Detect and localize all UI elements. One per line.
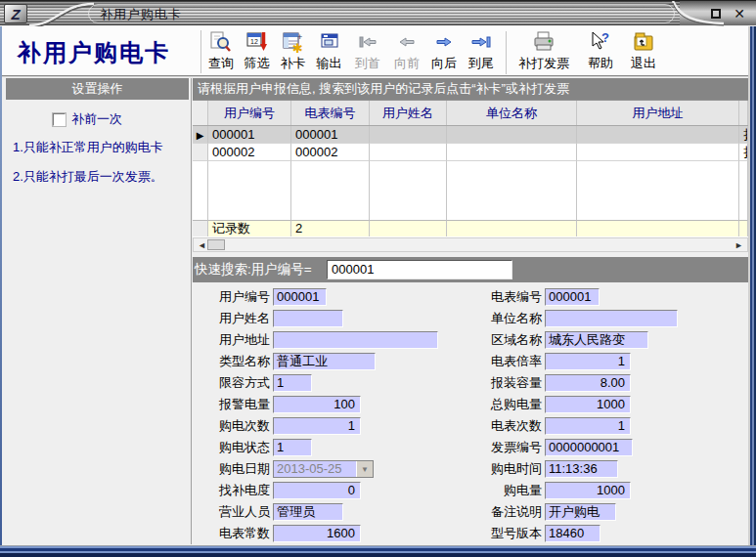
area-name-field[interactable]: 城东人民路变 [545,331,648,349]
field-label: 购电次数 [193,417,273,435]
limit-mode-field[interactable]: 1 [273,374,312,392]
field-label: 购电量 [469,482,545,499]
field-label: 区域名称 [469,331,545,349]
field-label: 找补电度 [193,482,273,499]
field-label: 电表倍率 [469,353,545,370]
card-button[interactable]: + ✱ 补卡 [275,29,311,70]
field-label: 电表次数 [469,417,545,435]
exit-icon [632,30,655,54]
field-label: 用户地址 [193,331,273,349]
reprint-invoice-button[interactable]: 补打发票 [513,29,574,70]
last-icon [469,30,493,54]
checkbox-icon[interactable] [53,113,66,126]
invoice-no-field[interactable]: 0000000001 [545,439,633,456]
purchase-count-field[interactable]: 1 [273,417,361,435]
column-header: 用户地址 [577,101,739,125]
purchase-time-field[interactable]: 11:13:36 [545,460,618,478]
scrollbar-thumb[interactable] [207,239,225,250]
clipped-cell: 扬 [739,126,748,144]
prev-icon [395,30,419,54]
field-label: 单位名称 [469,310,545,327]
exit-button[interactable]: 退出 [623,29,664,70]
field-label: 备注说明 [469,503,545,521]
instruction-bar: 请根据用户申报信息, 搜索到该用户的记录后点击“补卡”或补打发票 [193,78,748,100]
window-border-left [0,26,2,557]
app-logo-icon: Z [4,4,27,23]
purchase-status-field[interactable]: 1 [273,439,312,456]
redo-previous-checkbox-row[interactable]: 补前一次 [53,110,122,128]
scroll-right-icon[interactable]: ► [734,240,743,250]
quick-search-input[interactable]: 000001 [327,260,512,279]
output-button[interactable]: 输出 [311,29,347,70]
unit-name-field[interactable] [545,310,678,327]
field-label: 购电状态 [193,439,273,456]
last-button[interactable]: 到尾 [463,29,500,70]
meter-id-field[interactable]: 000001 [545,288,600,306]
field-label: 类型名称 [193,353,273,370]
next-button[interactable]: 向后 [425,29,463,70]
table-footer-row: 记录数 2 [193,220,748,236]
window-border-bottom [0,545,756,557]
meter-count-field[interactable]: 1 [545,417,631,435]
operator-field[interactable]: 管理员 [273,503,343,521]
meter-constant-field[interactable]: 1600 [273,525,361,542]
field-label: 总购电量 [469,396,545,413]
field-label: 报装容量 [469,374,545,392]
type-name-field[interactable]: 普通工业 [273,353,376,370]
window-border-right [748,26,756,557]
horizontal-scrollbar[interactable]: ◄ ► [193,237,748,252]
row-selector [193,144,208,161]
svg-text:?: ? [601,30,609,45]
next-icon [432,30,456,54]
filter-button[interactable]: 12 筛选 [239,29,275,70]
model-version-field[interactable]: 18460 [545,525,600,542]
help-button[interactable]: ? 帮助 [580,29,621,70]
sidebar-divider [191,78,192,544]
table-row[interactable]: ▶ 000001 000001 扬 [193,126,748,144]
svg-text:12: 12 [250,38,258,45]
record-count-value: 2 [291,220,370,236]
field-label: 购电日期 [193,460,273,478]
adjust-energy-field[interactable]: 0 [273,482,361,499]
toolbar-separator [200,30,202,73]
help-icon: ? [589,30,612,54]
sidebar: 设置操作 补前一次 1.只能补正常用户的购电卡 2.只能补打最后一次发票。 [6,78,189,544]
maximize-button[interactable] [711,9,721,19]
search-icon [209,30,233,54]
field-label: 购电时间 [469,460,545,478]
remark-field[interactable]: 开户购电 [545,503,616,521]
table-row[interactable]: 000002 000002 扬 [193,144,748,161]
alarm-energy-field[interactable]: 100 [273,396,361,413]
user-id-field[interactable]: 000001 [273,288,327,306]
field-label: 用户姓名 [193,310,273,327]
field-label: 电表常数 [193,525,273,542]
purchase-date-combo[interactable]: 2013-05-25 ▼ [273,460,374,478]
title-bar: Z 补用户购电卡 ✕ [0,0,756,25]
total-energy-field[interactable]: 1000 [545,396,631,413]
quick-search-label: 快速搜索:用户编号= [195,257,312,282]
scroll-left-icon[interactable]: ◄ [198,240,206,250]
window-title: 补用户购电卡 [100,6,182,23]
field-label: 营业人员 [193,503,273,521]
toolbar-separator-2 [506,31,508,74]
field-label: 型号版本 [469,525,545,542]
column-header-partial [739,101,748,125]
chevron-down-icon[interactable]: ▼ [356,461,373,477]
close-button[interactable]: ✕ [734,6,745,21]
user-name-field[interactable] [273,310,343,327]
query-button[interactable]: 查询 [203,29,239,70]
purchase-energy-field[interactable]: 1000 [545,482,631,499]
toolbar: 补用户购电卡 查询 12 [2,26,754,77]
selector-header-cell [193,101,208,125]
capacity-field[interactable]: 8.00 [545,374,631,392]
quick-search-bar: 快速搜索:用户编号= 000001 [193,257,748,282]
table-header-row: 用户编号 电表编号 用户姓名 单位名称 用户地址 [193,101,748,126]
user-address-field[interactable] [273,331,438,349]
column-header: 用户姓名 [370,101,447,125]
svg-text:✱: ✱ [292,41,303,54]
row-selector: ▶ [193,126,208,144]
meter-ratio-field[interactable]: 1 [545,353,631,370]
field-label: 限容方式 [193,374,273,392]
checkbox-label: 补前一次 [71,110,122,128]
output-icon [318,30,341,54]
